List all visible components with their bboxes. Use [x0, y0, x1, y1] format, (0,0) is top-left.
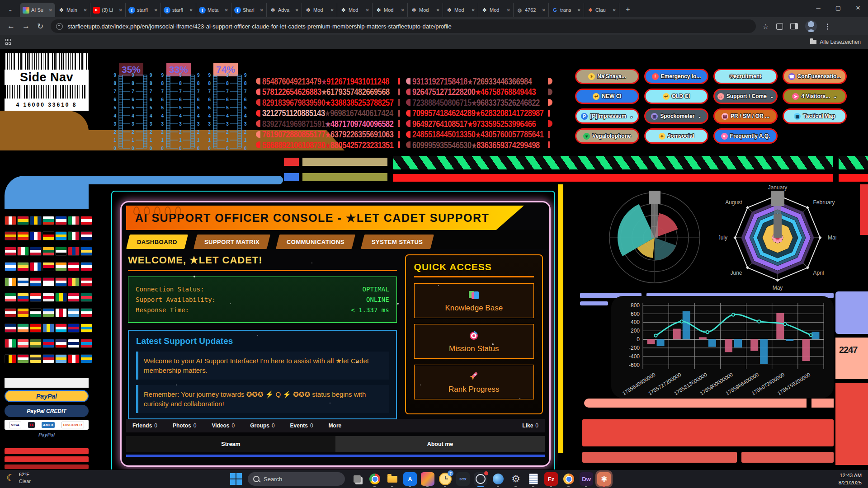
country-flag[interactable]	[68, 324, 80, 333]
taskbar-search[interactable]: Search	[248, 472, 345, 486]
apps-grid-icon[interactable]	[5, 39, 12, 45]
country-flag[interactable]	[17, 308, 29, 317]
browser-tab[interactable]: fstarfl✕	[126, 3, 161, 17]
tab-close-icon[interactable]: ✕	[330, 8, 334, 13]
country-flag[interactable]	[42, 247, 54, 256]
country-flag[interactable]	[80, 308, 92, 317]
tab-close-icon[interactable]: ✕	[366, 8, 369, 13]
country-flag[interactable]	[68, 293, 80, 302]
taskbar-icon-adobe-app[interactable]: A	[403, 472, 417, 486]
country-flag[interactable]	[42, 324, 54, 333]
site-info-icon[interactable]	[56, 23, 63, 30]
country-flag[interactable]	[42, 339, 54, 348]
country-flag[interactable]	[42, 216, 54, 225]
country-flag[interactable]	[5, 216, 16, 225]
lcars-button-school[interactable]: ⌂Support / Come⌄	[713, 89, 778, 104]
browser-tab[interactable]: ✻Mod✕	[443, 3, 478, 17]
browser-tab[interactable]: fShari✕	[231, 3, 267, 17]
profile-nav-more[interactable]: More	[329, 422, 342, 429]
country-flag[interactable]	[55, 308, 67, 317]
country-flag[interactable]	[5, 231, 16, 240]
lcars-button-world-map[interactable]: ▦Tactical Map	[783, 108, 847, 124]
tab-close-icon[interactable]: ✕	[577, 8, 581, 13]
country-flag[interactable]	[5, 324, 16, 333]
like-button[interactable]: Like0	[522, 422, 538, 429]
taskbar-icon-creative-cloud[interactable]	[421, 472, 434, 486]
profile-avatar[interactable]	[805, 20, 817, 32]
quick-button-target[interactable]: Mission Status	[414, 324, 534, 359]
profile-nav-events[interactable]: Events0	[290, 422, 313, 429]
lcars-button-wave-hand-cat[interactable]: ✶Na'Shaya...	[575, 69, 639, 84]
browser-tab[interactable]: ✻Mod✕	[373, 3, 408, 17]
country-flag[interactable]	[55, 354, 67, 363]
country-flag[interactable]	[17, 231, 29, 240]
country-flag[interactable]	[55, 277, 67, 286]
profile-nav-groups[interactable]: Groups0	[250, 422, 274, 429]
country-flag[interactable]	[5, 308, 16, 317]
country-flag[interactable]	[55, 324, 67, 333]
profile-nav-photos[interactable]: Photos0	[173, 422, 196, 429]
taskbar-icon-dreamweaver[interactable]: Dw	[580, 472, 593, 486]
country-flag[interactable]	[80, 216, 92, 225]
forward-button[interactable]: →	[22, 22, 30, 31]
country-flag[interactable]	[68, 339, 80, 348]
tab-close-icon[interactable]: ✕	[154, 8, 158, 13]
browser-tab[interactable]: fstarfl✕	[161, 3, 196, 17]
country-flag[interactable]	[17, 293, 29, 302]
tab-close-icon[interactable]: ✕	[84, 8, 87, 13]
country-flag[interactable]	[17, 262, 29, 271]
console-tab-system-status[interactable]: SYSTEM STATUS	[361, 235, 434, 249]
country-flag[interactable]	[30, 293, 42, 302]
polar-slider-handle[interactable]	[649, 191, 660, 204]
browser-tab[interactable]: ✻Mod✕	[302, 3, 337, 17]
radar-slider-handle[interactable]	[771, 191, 784, 206]
tab-close-icon[interactable]: ✕	[260, 8, 264, 13]
country-flag[interactable]	[30, 324, 42, 333]
tab-close-icon[interactable]: ✕	[507, 8, 510, 13]
lcars-button-curved-arrow[interactable]: ↩OLD CI	[644, 89, 708, 104]
lcars-button-phone[interactable]: ☎ConFusensatio...	[783, 69, 847, 84]
country-flag[interactable]	[17, 339, 29, 348]
lcars-button-clapper[interactable]: ▥Spockometer⌄	[644, 108, 708, 124]
taskbar-icon-file-explorer[interactable]	[386, 472, 399, 486]
taskbar-icon-window-stack[interactable]	[350, 472, 364, 486]
country-flag[interactable]	[68, 216, 80, 225]
tab-close-icon[interactable]: ✕	[225, 8, 228, 13]
tab-close-icon[interactable]: ✕	[119, 8, 123, 13]
browser-tab[interactable]: Gtrans✕	[549, 3, 584, 17]
country-flag[interactable]	[17, 324, 29, 333]
country-flag[interactable]	[80, 324, 92, 333]
tab-close-icon[interactable]: ✕	[542, 8, 546, 13]
tab-close-icon[interactable]: ✕	[613, 8, 616, 13]
side-panel-icon[interactable]	[790, 23, 798, 29]
minimize-button[interactable]: ─	[808, 5, 828, 11]
country-flag[interactable]	[5, 262, 16, 271]
lcars-button-siren[interactable]: !Emergency lo...	[644, 69, 708, 84]
close-button[interactable]: ✕	[848, 5, 868, 11]
country-flag[interactable]	[42, 231, 54, 240]
taskbar-icon-filezilla[interactable]: Fz	[544, 472, 558, 486]
new-tab-button[interactable]: +	[622, 4, 634, 15]
quick-button-rocket[interactable]: Rank Progress	[414, 365, 534, 399]
country-flag[interactable]	[80, 277, 92, 286]
country-flag[interactable]	[42, 308, 54, 317]
country-flag[interactable]	[42, 293, 54, 302]
quick-button-books[interactable]: Knowledge Base	[414, 283, 534, 318]
taskbar-icon-chrome[interactable]	[368, 472, 382, 486]
country-flag[interactable]	[17, 354, 29, 363]
country-flag[interactable]	[30, 247, 42, 256]
country-flag[interactable]	[30, 354, 42, 363]
browser-tab[interactable]: fMeta✕	[196, 3, 231, 17]
browser-tab[interactable]: ◍4762✕	[514, 3, 549, 17]
country-flag[interactable]	[30, 308, 42, 317]
tab-close-icon[interactable]: ✕	[295, 8, 299, 13]
country-flag[interactable]	[30, 277, 42, 286]
country-flag[interactable]	[5, 354, 16, 363]
country-flag[interactable]	[17, 247, 29, 256]
lcars-button-green-heart[interactable]: ♥Vegalolophone	[575, 128, 639, 144]
browser-tab[interactable]: ✱Clau✕	[584, 3, 619, 17]
country-flag[interactable]	[80, 231, 92, 240]
url-text[interactable]: starfleetupto.date/index.php/en/jomsocia…	[67, 23, 451, 30]
lcars-button-document[interactable]: ▤PR / SM / OR ...	[713, 108, 778, 124]
browser-tab[interactable]: ✻Adva✕	[267, 3, 302, 17]
